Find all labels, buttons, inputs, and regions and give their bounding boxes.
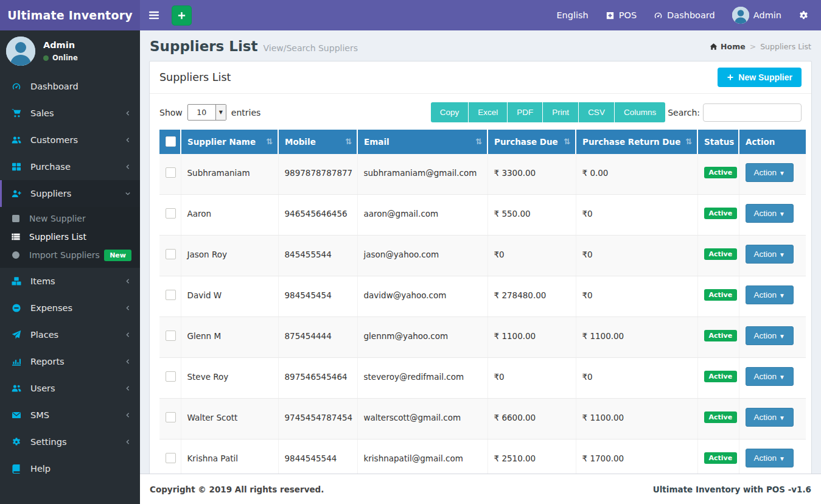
caret-down-icon: ▼	[779, 455, 785, 462]
chevron-left-icon	[125, 110, 131, 116]
sidebar-item-places[interactable]: Places	[0, 321, 140, 348]
row-checkbox[interactable]	[166, 371, 176, 382]
sidebar-item-customers[interactable]: Customers	[0, 127, 140, 153]
sidebar-item-sales[interactable]: Sales	[0, 100, 140, 127]
sidebar-subitem-label: New Supplier	[29, 214, 86, 223]
cell-purchase-due: ₹ 6600.00	[487, 399, 576, 439]
user-menu[interactable]: Admin	[732, 7, 781, 24]
page-length-select[interactable]: 10 ▼	[187, 104, 226, 121]
copyright-text: Copyright © 2019 All rights reserved.	[150, 485, 324, 494]
sidebar-item-users[interactable]: Users	[0, 375, 140, 402]
sidebar-item-dashboard[interactable]: Dashboard	[0, 73, 140, 100]
row-action-button[interactable]: Action▼	[746, 245, 794, 264]
sidebar-subitem-suppliers-list[interactable]: Suppliers List	[0, 228, 140, 246]
row-action-button[interactable]: Action▼	[746, 163, 794, 182]
row-checkbox[interactable]	[166, 208, 176, 219]
row-action-button[interactable]: Action▼	[746, 326, 794, 345]
cell-supplier-name: Steve Roy	[181, 358, 278, 399]
column-header-supplier-name[interactable]: Supplier Name⇅	[181, 130, 278, 154]
export-pdf-button[interactable]: PDF	[507, 102, 542, 122]
export-columns-button[interactable]: Columns	[614, 102, 665, 122]
cell-purchase-return-due: ₹0	[576, 195, 697, 236]
sidebar-item-settings[interactable]: Settings	[0, 429, 140, 455]
suppliers-card: Suppliers List New Supplier Show 10 ▼ en…	[149, 61, 812, 504]
row-action-button[interactable]: Action▼	[746, 285, 794, 304]
cell-email: subhramaniam@gmail.com	[357, 154, 487, 195]
column-header-purchase-return-due[interactable]: Purchase Return Due⇅	[576, 130, 697, 154]
table-toolbar: Show 10 ▼ entries CopyExcelPDFPrintCSVCo…	[150, 94, 811, 130]
column-header-purchase-due[interactable]: Purchase Due⇅	[487, 130, 576, 154]
sort-icon: ⇅	[475, 137, 482, 146]
cell-mobile: 9897878787877	[278, 154, 357, 195]
row-checkbox[interactable]	[166, 453, 176, 463]
row-action-button[interactable]: Action▼	[746, 408, 794, 427]
sidebar-item-label: Help	[30, 464, 140, 474]
cell-supplier-name: Aaron	[181, 195, 278, 236]
avatar	[732, 7, 749, 24]
select-all-header-cell	[159, 130, 181, 154]
tachometer-icon	[12, 82, 23, 91]
page-header: Suppliers List View/Search Suppliers Hom…	[140, 30, 821, 61]
row-action-button[interactable]: Action▼	[746, 449, 794, 467]
envelope-icon	[12, 410, 23, 420]
suppliers-table: Supplier Name⇅Mobile⇅Email⇅Purchase Due⇅…	[159, 130, 806, 480]
row-action-button[interactable]: Action▼	[746, 367, 794, 386]
row-checkbox[interactable]	[166, 249, 176, 259]
sidebar-item-label: Users	[30, 383, 125, 393]
row-action-button[interactable]: Action▼	[746, 204, 794, 223]
export-excel-button[interactable]: Excel	[468, 102, 507, 122]
sidebar-item-expenses[interactable]: Expenses	[0, 295, 140, 321]
column-header-mobile[interactable]: Mobile⇅	[278, 130, 357, 154]
sidebar-item-label: Items	[30, 276, 125, 286]
column-header-email[interactable]: Email⇅	[357, 130, 487, 154]
sidebar-item-purchase[interactable]: Purchase	[0, 153, 140, 180]
paper-plane-icon	[12, 330, 23, 340]
export-copy-button[interactable]: Copy	[431, 102, 469, 122]
top-navbar: Ultimate Inventory English POS Dashboard…	[0, 0, 821, 30]
cell-email: walterscott@gmail.com	[357, 399, 487, 439]
row-checkbox[interactable]	[166, 331, 176, 341]
caret-down-icon: ▼	[779, 374, 785, 380]
cell-purchase-return-due: ₹0	[576, 276, 697, 317]
cell-purchase-due: ₹ 3300.00	[487, 154, 576, 195]
row-checkbox[interactable]	[166, 167, 176, 178]
breadcrumb-current: Suppliers List	[760, 42, 811, 51]
row-checkbox[interactable]	[166, 290, 176, 300]
sidebar-item-suppliers[interactable]: Suppliers	[0, 180, 140, 207]
user-plus-icon	[12, 189, 23, 198]
export-csv-button[interactable]: CSV	[578, 102, 614, 122]
dashboard-link[interactable]: Dashboard	[654, 10, 715, 20]
sidebar-item-sms[interactable]: SMS	[0, 402, 140, 429]
select-all-checkbox[interactable]	[166, 136, 176, 147]
search-input[interactable]	[703, 103, 802, 122]
settings-gear-menu[interactable]	[798, 10, 809, 21]
sidebar-item-items[interactable]: Items	[0, 268, 140, 295]
sidebar-item-label: Dashboard	[30, 82, 140, 91]
cell-mobile: 946545646456	[278, 195, 357, 236]
row-checkbox[interactable]	[166, 412, 176, 422]
version-text: Ultimate Inventory with POS -v1.6	[653, 485, 811, 494]
sidebar-item-help[interactable]: Help	[0, 455, 140, 482]
cell-supplier-name: Jason Roy	[181, 236, 278, 276]
sidebar-subitem-new-supplier[interactable]: New Supplier	[0, 209, 140, 228]
status-badge: Active	[704, 248, 738, 260]
export-print-button[interactable]: Print	[542, 102, 578, 122]
sidebar-subitem-import-suppliers[interactable]: Import SuppliersNew	[0, 246, 140, 264]
quick-add-button[interactable]	[172, 5, 192, 26]
status-badge: Active	[704, 452, 738, 464]
breadcrumb-home[interactable]: Home	[710, 42, 746, 51]
new-supplier-button[interactable]: New Supplier	[718, 68, 802, 87]
sort-icon: ⇅	[266, 137, 273, 146]
sidebar-toggle-hamburger-icon[interactable]	[148, 8, 162, 23]
arrow-circle-left-icon	[12, 251, 22, 259]
cell-supplier-name: David W	[181, 276, 278, 317]
pos-link[interactable]: POS	[606, 10, 637, 20]
cell-email: davidw@yahoo.com	[357, 276, 487, 317]
entries-label: entries	[231, 108, 261, 117]
app-brand[interactable]: Ultimate Inventory	[0, 0, 140, 30]
cell-supplier-name: Glenn M	[181, 317, 278, 358]
sidebar-item-reports[interactable]: Reports	[0, 348, 140, 375]
language-menu[interactable]: English	[556, 10, 588, 20]
chevron-left-icon	[125, 412, 131, 418]
chevron-left-icon	[125, 137, 131, 143]
